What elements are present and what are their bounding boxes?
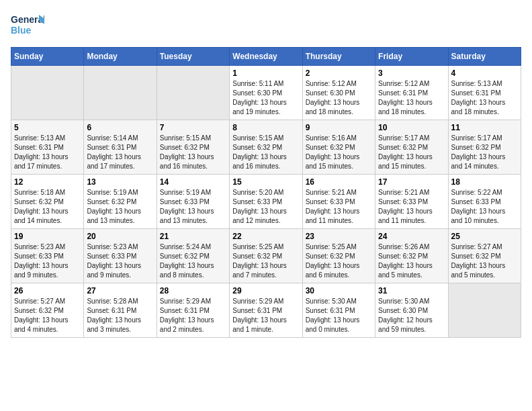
day-number: 14: [160, 177, 226, 187]
calendar-day-cell: 22Sunrise: 5:25 AM Sunset: 6:32 PM Dayli…: [230, 229, 302, 283]
day-number: 4: [451, 68, 518, 78]
calendar-day-cell: 16Sunrise: 5:21 AM Sunset: 6:33 PM Dayli…: [302, 175, 375, 229]
calendar-day-cell: 1Sunrise: 5:11 AM Sunset: 6:30 PM Daylig…: [230, 66, 302, 120]
logo-svg: General Blue: [11, 11, 44, 40]
day-info: Sunrise: 5:19 AM Sunset: 6:32 PM Dayligh…: [87, 188, 153, 226]
day-info: Sunrise: 5:25 AM Sunset: 6:32 PM Dayligh…: [306, 242, 372, 280]
day-number: 5: [14, 123, 81, 132]
day-info: Sunrise: 5:27 AM Sunset: 6:32 PM Dayligh…: [14, 297, 81, 334]
weekday-header-monday: Monday: [84, 48, 157, 66]
calendar-day-cell: 31Sunrise: 5:30 AM Sunset: 6:30 PM Dayli…: [375, 283, 448, 338]
calendar-day-cell: 19Sunrise: 5:23 AM Sunset: 6:33 PM Dayli…: [11, 229, 84, 283]
calendar-day-cell: 8Sunrise: 5:15 AM Sunset: 6:32 PM Daylig…: [230, 120, 302, 175]
day-info: Sunrise: 5:17 AM Sunset: 6:32 PM Dayligh…: [378, 134, 445, 171]
day-info: Sunrise: 5:24 AM Sunset: 6:32 PM Dayligh…: [160, 242, 226, 280]
calendar-day-cell: 18Sunrise: 5:22 AM Sunset: 6:33 PM Dayli…: [448, 175, 521, 229]
weekday-header-tuesday: Tuesday: [157, 48, 229, 66]
calendar-day-cell: [11, 66, 84, 120]
day-number: 22: [232, 232, 299, 241]
calendar-day-cell: 30Sunrise: 5:30 AM Sunset: 6:31 PM Dayli…: [302, 283, 375, 338]
day-number: 17: [378, 177, 445, 187]
calendar-week-row: 5Sunrise: 5:13 AM Sunset: 6:31 PM Daylig…: [11, 120, 521, 175]
svg-text:Blue: Blue: [11, 25, 32, 36]
day-info: Sunrise: 5:23 AM Sunset: 6:33 PM Dayligh…: [87, 242, 153, 280]
day-number: 11: [451, 123, 518, 132]
weekday-header-sunday: Sunday: [11, 48, 84, 66]
calendar-day-cell: 3Sunrise: 5:12 AM Sunset: 6:31 PM Daylig…: [375, 66, 448, 120]
day-number: 7: [160, 123, 226, 132]
calendar-day-cell: 10Sunrise: 5:17 AM Sunset: 6:32 PM Dayli…: [375, 120, 448, 175]
calendar-day-cell: [157, 66, 229, 120]
day-info: Sunrise: 5:29 AM Sunset: 6:31 PM Dayligh…: [160, 297, 226, 334]
calendar-day-cell: 9Sunrise: 5:16 AM Sunset: 6:32 PM Daylig…: [302, 120, 375, 175]
day-info: Sunrise: 5:13 AM Sunset: 6:31 PM Dayligh…: [451, 79, 518, 117]
day-info: Sunrise: 5:11 AM Sunset: 6:30 PM Dayligh…: [232, 79, 299, 117]
calendar-day-cell: 29Sunrise: 5:29 AM Sunset: 6:31 PM Dayli…: [230, 283, 302, 338]
day-number: 10: [378, 123, 445, 132]
day-number: 8: [232, 123, 299, 132]
day-number: 2: [306, 68, 372, 78]
day-info: Sunrise: 5:28 AM Sunset: 6:31 PM Dayligh…: [87, 297, 153, 334]
day-number: 28: [160, 286, 226, 295]
day-info: Sunrise: 5:22 AM Sunset: 6:33 PM Dayligh…: [451, 188, 518, 226]
day-number: 21: [160, 232, 226, 241]
calendar-day-cell: 20Sunrise: 5:23 AM Sunset: 6:33 PM Dayli…: [84, 229, 157, 283]
day-number: 9: [306, 123, 372, 132]
day-number: 26: [14, 286, 81, 295]
calendar-table: SundayMondayTuesdayWednesdayThursdayFrid…: [11, 47, 521, 338]
day-info: Sunrise: 5:30 AM Sunset: 6:30 PM Dayligh…: [378, 297, 445, 334]
weekday-header-friday: Friday: [375, 48, 448, 66]
day-info: Sunrise: 5:23 AM Sunset: 6:33 PM Dayligh…: [14, 242, 81, 280]
calendar-day-cell: [448, 283, 521, 338]
day-info: Sunrise: 5:20 AM Sunset: 6:33 PM Dayligh…: [232, 188, 299, 226]
calendar-day-cell: 2Sunrise: 5:12 AM Sunset: 6:30 PM Daylig…: [302, 66, 375, 120]
weekday-header-wednesday: Wednesday: [230, 48, 302, 66]
calendar-day-cell: 5Sunrise: 5:13 AM Sunset: 6:31 PM Daylig…: [11, 120, 84, 175]
day-info: Sunrise: 5:30 AM Sunset: 6:31 PM Dayligh…: [306, 297, 372, 334]
calendar-week-row: 1Sunrise: 5:11 AM Sunset: 6:30 PM Daylig…: [11, 66, 521, 120]
calendar-week-row: 19Sunrise: 5:23 AM Sunset: 6:33 PM Dayli…: [11, 229, 521, 283]
calendar-week-row: 12Sunrise: 5:18 AM Sunset: 6:32 PM Dayli…: [11, 175, 521, 229]
day-number: 29: [232, 286, 299, 295]
day-info: Sunrise: 5:14 AM Sunset: 6:31 PM Dayligh…: [87, 134, 153, 171]
calendar-day-cell: 7Sunrise: 5:15 AM Sunset: 6:32 PM Daylig…: [157, 120, 229, 175]
logo: General Blue: [11, 11, 44, 40]
day-number: 24: [378, 232, 445, 241]
calendar-day-cell: 13Sunrise: 5:19 AM Sunset: 6:32 PM Dayli…: [84, 175, 157, 229]
calendar-day-cell: [84, 66, 157, 120]
day-number: 12: [14, 177, 81, 187]
calendar-day-cell: 24Sunrise: 5:26 AM Sunset: 6:32 PM Dayli…: [375, 229, 448, 283]
day-info: Sunrise: 5:19 AM Sunset: 6:33 PM Dayligh…: [160, 188, 226, 226]
page-header: General Blue: [11, 11, 521, 40]
day-info: Sunrise: 5:29 AM Sunset: 6:31 PM Dayligh…: [232, 297, 299, 334]
day-number: 23: [306, 232, 372, 241]
day-info: Sunrise: 5:18 AM Sunset: 6:32 PM Dayligh…: [14, 188, 81, 226]
day-number: 15: [232, 177, 299, 187]
day-number: 3: [378, 68, 445, 78]
calendar-day-cell: 23Sunrise: 5:25 AM Sunset: 6:32 PM Dayli…: [302, 229, 375, 283]
day-info: Sunrise: 5:12 AM Sunset: 6:31 PM Dayligh…: [378, 79, 445, 117]
calendar-day-cell: 17Sunrise: 5:21 AM Sunset: 6:33 PM Dayli…: [375, 175, 448, 229]
calendar-day-cell: 6Sunrise: 5:14 AM Sunset: 6:31 PM Daylig…: [84, 120, 157, 175]
calendar-week-row: 26Sunrise: 5:27 AM Sunset: 6:32 PM Dayli…: [11, 283, 521, 338]
day-number: 30: [306, 286, 372, 295]
calendar-day-cell: 14Sunrise: 5:19 AM Sunset: 6:33 PM Dayli…: [157, 175, 229, 229]
weekday-header-row: SundayMondayTuesdayWednesdayThursdayFrid…: [11, 48, 521, 66]
day-info: Sunrise: 5:15 AM Sunset: 6:32 PM Dayligh…: [232, 134, 299, 171]
weekday-header-saturday: Saturday: [448, 48, 521, 66]
weekday-header-thursday: Thursday: [302, 48, 375, 66]
day-number: 16: [306, 177, 372, 187]
calendar-day-cell: 21Sunrise: 5:24 AM Sunset: 6:32 PM Dayli…: [157, 229, 229, 283]
calendar-day-cell: 26Sunrise: 5:27 AM Sunset: 6:32 PM Dayli…: [11, 283, 84, 338]
day-info: Sunrise: 5:26 AM Sunset: 6:32 PM Dayligh…: [378, 242, 445, 280]
calendar-day-cell: 4Sunrise: 5:13 AM Sunset: 6:31 PM Daylig…: [448, 66, 521, 120]
calendar-day-cell: 12Sunrise: 5:18 AM Sunset: 6:32 PM Dayli…: [11, 175, 84, 229]
calendar-day-cell: 11Sunrise: 5:17 AM Sunset: 6:32 PM Dayli…: [448, 120, 521, 175]
calendar-day-cell: 15Sunrise: 5:20 AM Sunset: 6:33 PM Dayli…: [230, 175, 302, 229]
day-number: 18: [451, 177, 518, 187]
day-info: Sunrise: 5:15 AM Sunset: 6:32 PM Dayligh…: [160, 134, 226, 171]
day-number: 13: [87, 177, 153, 187]
calendar-day-cell: 28Sunrise: 5:29 AM Sunset: 6:31 PM Dayli…: [157, 283, 229, 338]
calendar-day-cell: 25Sunrise: 5:27 AM Sunset: 6:32 PM Dayli…: [448, 229, 521, 283]
day-info: Sunrise: 5:12 AM Sunset: 6:30 PM Dayligh…: [306, 79, 372, 117]
